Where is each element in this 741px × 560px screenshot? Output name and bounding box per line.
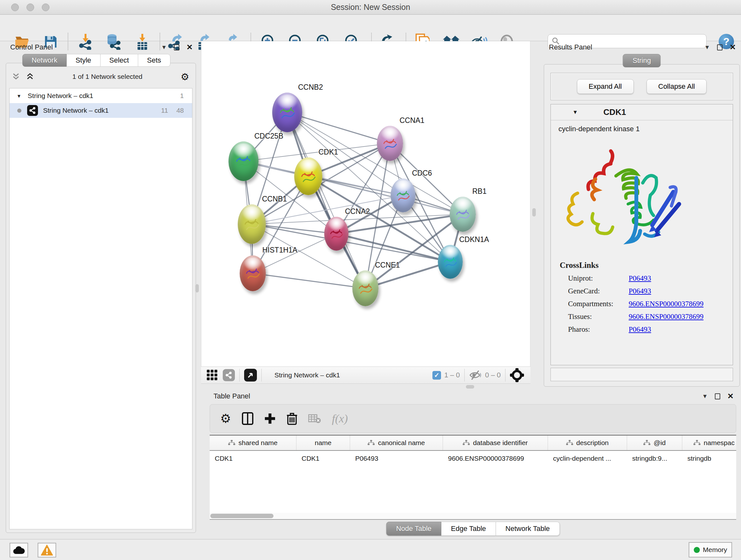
collection-count: 1 xyxy=(180,92,184,100)
table-cell[interactable]: cyclin-dependent ... xyxy=(548,451,627,466)
tab-select[interactable]: Select xyxy=(100,54,138,67)
network-view-canvas[interactable]: CCNB2CCNA1CDC25BCDK1CDC6RB1CCNB1CCNA2CDK… xyxy=(201,41,530,367)
panel-menu-icon[interactable]: ▼ xyxy=(702,393,708,400)
collapse-all-icon[interactable] xyxy=(12,72,20,81)
control-panel-header: Control Panel ▼ ✕ xyxy=(4,41,198,53)
expand-triangle-icon[interactable]: ▼ xyxy=(17,93,21,99)
tab-edge-table[interactable]: Edge Table xyxy=(441,522,496,536)
node-CCNA1[interactable] xyxy=(377,126,403,161)
table-cell[interactable]: P06493 xyxy=(350,451,443,466)
horizontal-scrollbar[interactable] xyxy=(210,513,736,519)
node-CDC6[interactable] xyxy=(391,179,415,212)
protein-structure-image xyxy=(562,138,733,260)
node-HIST1H1A[interactable] xyxy=(240,255,266,291)
table-cell[interactable]: stringdb:9... xyxy=(627,451,682,466)
table-settings-gear-icon[interactable]: ⚙ xyxy=(220,412,231,426)
panel-close-icon[interactable]: ✕ xyxy=(727,392,734,401)
node-RB1[interactable] xyxy=(450,197,476,232)
panel-float-icon[interactable] xyxy=(717,44,723,51)
gear-icon[interactable]: ⚙ xyxy=(181,71,189,82)
crosslink-link[interactable]: 9606.ENSP00000378699 xyxy=(629,313,704,321)
network-selection-bar: 1 of 1 Network selected ⚙ xyxy=(6,68,196,85)
column-header-database-identifier[interactable]: database identifier xyxy=(443,435,548,450)
tab-style[interactable]: Style xyxy=(67,54,100,67)
crosslink-link[interactable]: P06493 xyxy=(629,287,651,295)
panel-close-icon[interactable]: ✕ xyxy=(730,43,736,52)
edge-CCNB2-CCNA1[interactable] xyxy=(287,112,390,143)
column-header--id[interactable]: @id xyxy=(627,435,682,450)
memory-button[interactable]: Memory xyxy=(689,542,732,557)
table-cell[interactable]: stringdb xyxy=(682,451,736,466)
panel-float-icon[interactable] xyxy=(174,44,179,51)
edge-CCNB2-CCNE1[interactable] xyxy=(287,112,365,288)
node-CCNB1[interactable] xyxy=(238,204,266,244)
expand-all-button[interactable]: Expand All xyxy=(577,79,634,94)
gene-header[interactable]: ▼ CDK1 xyxy=(551,105,733,120)
left-splitter-handle[interactable] xyxy=(195,284,199,293)
table-row[interactable]: CDK1CDK1P064939606.ENSP00000378699cyclin… xyxy=(210,451,736,466)
network-collection-row[interactable]: ▼ String Network – cdk1 1 xyxy=(10,88,192,103)
panel-float-icon[interactable] xyxy=(715,393,720,399)
crosslink-row: GeneCard:P06493 xyxy=(560,287,733,295)
cloud-button[interactable] xyxy=(10,543,28,557)
tab-network[interactable]: Network xyxy=(22,54,67,67)
panel-menu-icon[interactable]: ▼ xyxy=(704,44,710,51)
edge-HIST1H1A-CCNE1[interactable] xyxy=(253,273,365,288)
crosslinks-list: Uniprot:P06493GeneCard:P06493Compartment… xyxy=(560,274,733,334)
main-toolbar: ? xyxy=(0,15,741,41)
table-cell[interactable]: CDK1 xyxy=(296,451,350,466)
crosslink-link[interactable]: 9606.ENSP00000378699 xyxy=(629,300,704,308)
selected-checkbox-icon[interactable]: ✓ xyxy=(432,371,441,380)
column-header-description[interactable]: description xyxy=(548,435,627,450)
results-scroll-strip[interactable] xyxy=(550,368,733,381)
table-cell[interactable]: CDK1 xyxy=(210,451,296,466)
bottom-splitter-handle[interactable] xyxy=(466,385,474,388)
node-label-CDKN1A: CDKN1A xyxy=(459,235,489,244)
node-CCNA2[interactable] xyxy=(324,217,348,251)
panel-menu-icon[interactable]: ▼ xyxy=(161,44,167,51)
hierarchy-icon xyxy=(367,440,375,446)
collapse-all-button[interactable]: Collapse All xyxy=(647,79,707,94)
hierarchy-icon xyxy=(566,440,573,446)
crosslink-row: Tissues:9606.ENSP00000378699 xyxy=(560,313,733,321)
table-cell[interactable]: 9606.ENSP00000378699 xyxy=(443,451,548,466)
tab-string[interactable]: String xyxy=(623,54,661,67)
table-panel: Table Panel ▼ ✕ ⚙ f(x) shared namenameca… xyxy=(207,390,739,536)
crosslink-link[interactable]: P06493 xyxy=(629,274,651,283)
tab-node-table[interactable]: Node Table xyxy=(386,522,441,536)
gene-detail-box: ▼ CDK1 cyclin-dependent kinase 1 xyxy=(550,104,733,365)
add-column-plus-icon[interactable] xyxy=(264,413,276,424)
crosslinks-section: CrossLinks Uniprot:P06493GeneCard:P06493… xyxy=(560,261,733,334)
delete-column-trash-icon[interactable] xyxy=(286,412,297,425)
right-splitter-handle[interactable] xyxy=(532,208,536,216)
warning-button[interactable] xyxy=(38,543,56,557)
function-builder-icon: f(x) xyxy=(332,412,348,425)
column-header-namespac[interactable]: namespac xyxy=(682,435,736,450)
column-header-canonical-name[interactable]: canonical name xyxy=(350,435,443,450)
column-header-name[interactable]: name xyxy=(296,435,350,450)
panel-close-icon[interactable]: ✕ xyxy=(186,43,193,52)
node-CDK1[interactable] xyxy=(294,158,322,195)
grid-view-icon[interactable] xyxy=(207,370,218,381)
collapse-triangle-icon[interactable]: ▼ xyxy=(572,109,578,116)
fit-target-icon[interactable] xyxy=(510,368,524,382)
string-view-icon[interactable] xyxy=(223,369,235,381)
scrollbar-thumb[interactable] xyxy=(210,514,273,518)
node-CCNE1[interactable] xyxy=(352,270,379,306)
control-panel-title: Control Panel xyxy=(10,43,53,51)
tab-network-table[interactable]: Network Table xyxy=(496,522,560,536)
control-panel-tabs: NetworkStyleSelectSets xyxy=(22,54,171,67)
crosslink-link[interactable]: P06493 xyxy=(629,325,651,334)
birdseye-view-icon[interactable] xyxy=(244,369,257,381)
show-columns-icon[interactable] xyxy=(242,412,253,425)
network-row-selected[interactable]: String Network – cdk1 11 48 xyxy=(10,103,192,118)
node-CDC25B[interactable] xyxy=(228,141,259,181)
expand-all-icon[interactable] xyxy=(26,72,34,81)
column-header-shared-name[interactable]: shared name xyxy=(210,435,296,450)
node-label-CDC6: CDC6 xyxy=(412,169,432,178)
node-CCNB2[interactable] xyxy=(272,92,302,132)
tab-sets[interactable]: Sets xyxy=(138,54,171,67)
node-label-CCNB1: CCNB1 xyxy=(262,195,287,203)
node-CDKN1A[interactable] xyxy=(438,245,463,279)
node-table[interactable]: shared namenamecanonical namedatabase id… xyxy=(210,435,736,513)
